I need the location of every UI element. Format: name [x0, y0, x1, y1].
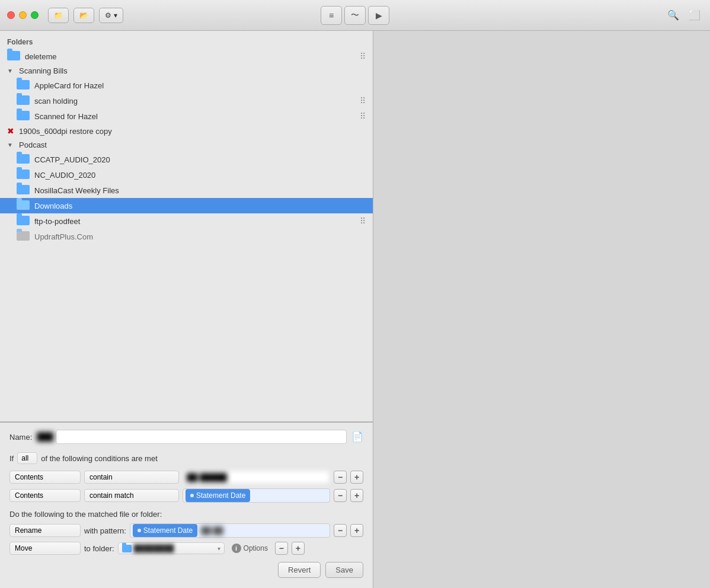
folder-selector[interactable]: ████████ ▾ — [118, 542, 225, 554]
action-add-2[interactable]: + — [292, 542, 305, 555]
action-suffix-blurred: ██ ██ — [201, 526, 223, 535]
monitor-button[interactable]: 〜 — [344, 6, 366, 25]
condition-add-2[interactable]: + — [350, 489, 363, 502]
folder-shape-updraftplus — [17, 231, 30, 241]
all-select[interactable]: all any — [17, 452, 37, 464]
add-folder-button[interactable]: 📁 — [48, 8, 69, 23]
condition-row-1: Contents contain − + — [9, 470, 363, 484]
name-input[interactable] — [56, 430, 347, 444]
maximize-button[interactable] — [31, 11, 39, 19]
folder-name-restore-copy: 1900s_600dpi restore copy — [19, 127, 366, 136]
disclosure-triangle-podcast[interactable]: ▼ — [7, 142, 14, 148]
bottom-buttons: Revert Save — [9, 562, 363, 578]
statement-date-token-1[interactable]: Statement Date — [186, 489, 250, 502]
folder-name-nosillacast: NosillaCast Weekly Files — [34, 186, 366, 195]
settings-button[interactable]: ⚙ ▾ — [99, 8, 123, 23]
folder-item-updraftplus[interactable]: UpdraftPlus.Com — [0, 229, 373, 244]
document-icon[interactable]: 📄 — [351, 431, 363, 443]
drag-handle-scan-holding[interactable]: ⠿ — [360, 96, 366, 106]
condition-remove-2[interactable]: − — [334, 489, 347, 502]
share-icon: ⬜ — [689, 9, 701, 21]
folder-shape-scan-holding — [17, 95, 30, 105]
add-folder2-button[interactable]: 📂 — [73, 8, 94, 23]
folder-item-nosillacast[interactable]: NosillaCast Weekly Files — [0, 183, 373, 198]
condition-value-1[interactable] — [183, 470, 330, 484]
title-bar: 📁 📂 ⚙ ▾ Hazel ≡ 〜 ▶ 🔍 ⬜ — [0, 0, 710, 31]
token-dot — [190, 494, 194, 497]
options-label: Options — [244, 544, 268, 552]
folder-name-applecard: AppleCard for Hazel — [34, 81, 366, 90]
group-podcast[interactable]: ▼ Podcast — [0, 138, 373, 152]
minimize-button[interactable] — [19, 11, 27, 19]
token-label-2: Statement Date — [143, 526, 193, 535]
settings-dropdown-arrow: ▾ — [114, 11, 117, 20]
play-icon: ▶ — [376, 11, 382, 20]
action-pattern-field[interactable]: Statement Date ██ ██ — [130, 523, 330, 538]
disclosure-triangle-scanning[interactable]: ▼ — [7, 68, 14, 74]
folder-icon-deleteme — [7, 51, 20, 62]
folder-item-ftp-podfeet[interactable]: ftp-to-podfeet ⠿ — [0, 213, 373, 229]
folder-name-nc-audio: NC_AUDIO_2020 — [34, 171, 366, 180]
folder-add-icon: 📁 — [54, 11, 63, 20]
condition-operator-2[interactable]: contain match — [84, 489, 179, 502]
folder-item-ccatp[interactable]: CCATP_AUDIO_2020 — [0, 152, 373, 167]
run-button[interactable]: ▶ — [368, 6, 389, 25]
save-button[interactable]: Save — [325, 562, 363, 578]
action-add-1[interactable]: + — [350, 524, 363, 537]
conditions-suffix: of the following conditions are met — [41, 454, 158, 463]
folder-name-downloads: Downloads — [34, 202, 366, 210]
folder-item-downloads[interactable]: Downloads — [0, 198, 373, 213]
action-type-2[interactable]: Move — [9, 542, 81, 555]
condition-field-1[interactable]: Contents — [9, 471, 81, 484]
folder-icon-downloads — [17, 200, 30, 211]
close-button[interactable] — [7, 11, 15, 19]
condition-token-field-2[interactable]: Statement Date — [183, 488, 330, 503]
folder-select-icon — [122, 545, 132, 552]
folder-name-updraftplus: UpdraftPlus.Com — [34, 232, 366, 241]
export-button[interactable]: ⬜ — [686, 7, 703, 24]
condition-add-1[interactable]: + — [350, 471, 363, 484]
folder-shape-downloads — [17, 200, 30, 210]
info-icon: i — [232, 544, 241, 553]
drag-handle-deleteme[interactable]: ⠿ — [360, 52, 366, 61]
condition-remove-1[interactable]: − — [334, 471, 347, 484]
drag-handle-ftp-podfeet[interactable]: ⠿ — [360, 216, 366, 226]
action-row-2: Move to folder: ████████ ▾ i Options − + — [9, 542, 363, 555]
error-icon: ✖ — [7, 126, 14, 136]
folder-icon-ftp-podfeet — [17, 216, 30, 226]
action-remove-1[interactable]: − — [334, 524, 347, 537]
folder-item-scan-holding[interactable]: scan holding ⠿ — [0, 93, 373, 108]
folder-item-applecard[interactable]: AppleCard for Hazel — [0, 78, 373, 93]
statement-date-token-2[interactable]: Statement Date — [133, 524, 197, 537]
revert-button[interactable]: Revert — [278, 562, 321, 578]
token-dot-2 — [137, 529, 141, 532]
folder-item-scanned-hazel[interactable]: Scanned for Hazel ⠿ — [0, 108, 373, 124]
condition-operator-1[interactable]: contain — [84, 471, 179, 484]
options-button[interactable]: i Options — [228, 542, 271, 554]
with-pattern-label: with pattern: — [84, 526, 126, 535]
rules-list-icon: ≡ — [329, 11, 334, 20]
drag-handle-scanned-hazel[interactable]: ⠿ — [360, 111, 366, 121]
folder-item-restore-copy[interactable]: ✖ 1900s_600dpi restore copy — [0, 124, 373, 138]
group-scanning-bills[interactable]: ▼ Scanning Bills — [0, 64, 373, 78]
main-area: Folders deleteme ⠿ ▼ Scanning Bills — [0, 31, 710, 588]
gear-icon: ⚙ — [105, 11, 111, 20]
folder-select-arrow-icon: ▾ — [218, 545, 220, 552]
folder-item-nc-audio[interactable]: NC_AUDIO_2020 — [0, 167, 373, 183]
left-panel: Folders deleteme ⠿ ▼ Scanning Bills — [0, 31, 373, 588]
folder-icon-nc-audio — [17, 170, 30, 180]
folders-header: Folders — [0, 36, 373, 49]
name-badge: ███ — [37, 432, 51, 442]
action-row-1: Rename with pattern: Statement Date ██ █… — [9, 523, 363, 538]
folder-name-scanned-hazel: Scanned for Hazel — [34, 112, 355, 121]
folder-shape-nosillacast — [17, 185, 30, 194]
search-icon: 🔍 — [667, 9, 679, 21]
toolbar-right: 🔍 ⬜ — [665, 7, 703, 24]
condition-field-2[interactable]: Contents — [9, 489, 81, 502]
action-remove-2[interactable]: − — [275, 542, 288, 555]
search-button[interactable]: 🔍 — [665, 7, 682, 24]
action-type-1[interactable]: Rename — [9, 524, 81, 537]
folder-item-deleteme[interactable]: deleteme ⠿ — [0, 49, 373, 64]
folders-panel: Folders deleteme ⠿ ▼ Scanning Bills — [0, 31, 373, 421]
rules-icon-button[interactable]: ≡ — [321, 6, 342, 25]
